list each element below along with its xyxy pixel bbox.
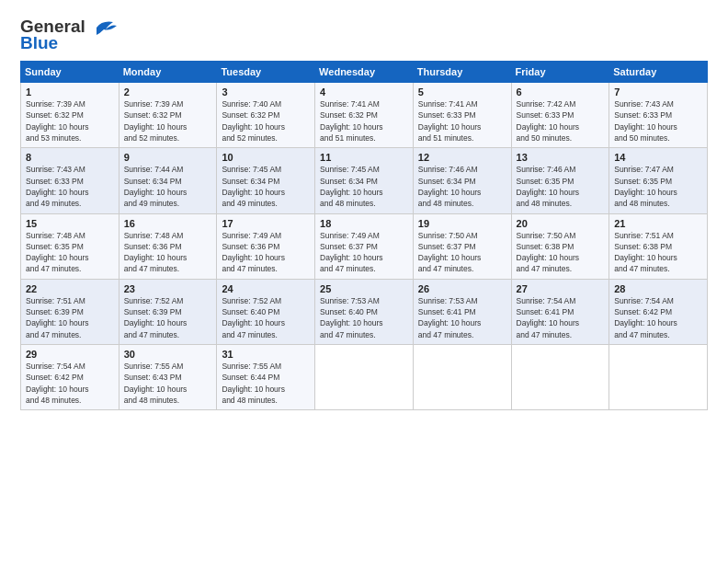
day-number: 27 (517, 283, 605, 294)
logo-blue: Blue (20, 33, 58, 53)
day-number: 19 (418, 218, 506, 229)
day-info: Sunrise: 7:54 AMSunset: 6:42 PMDaylight:… (614, 295, 702, 340)
calendar-week-row: 15Sunrise: 7:48 AMSunset: 6:35 PMDayligh… (21, 213, 708, 279)
calendar-day-cell: 13Sunrise: 7:46 AMSunset: 6:35 PMDayligh… (511, 148, 609, 213)
day-info: Sunrise: 7:52 AMSunset: 6:39 PMDaylight:… (124, 295, 212, 340)
day-number: 10 (222, 152, 310, 163)
day-number: 14 (614, 152, 702, 163)
day-number: 1 (26, 86, 114, 98)
calendar-day-cell: 26Sunrise: 7:53 AMSunset: 6:41 PMDayligh… (413, 279, 511, 344)
day-info: Sunrise: 7:46 AMSunset: 6:35 PMDaylight:… (517, 164, 605, 209)
calendar-day-cell: 19Sunrise: 7:50 AMSunset: 6:37 PMDayligh… (413, 213, 511, 279)
weekday-header-saturday: Saturday (609, 62, 708, 83)
day-info: Sunrise: 7:42 AMSunset: 6:33 PMDaylight:… (517, 98, 605, 144)
day-info: Sunrise: 7:53 AMSunset: 6:40 PMDaylight:… (320, 295, 408, 340)
day-info: Sunrise: 7:54 AMSunset: 6:41 PMDaylight:… (517, 295, 605, 340)
day-number: 5 (418, 86, 506, 98)
calendar-day-cell: 12Sunrise: 7:46 AMSunset: 6:34 PMDayligh… (413, 148, 511, 213)
calendar-day-cell: 5Sunrise: 7:41 AMSunset: 6:33 PMDaylight… (413, 83, 511, 148)
day-info: Sunrise: 7:43 AMSunset: 6:33 PMDaylight:… (26, 164, 114, 209)
calendar-day-cell: 14Sunrise: 7:47 AMSunset: 6:35 PMDayligh… (609, 148, 708, 213)
calendar-day-cell: 30Sunrise: 7:55 AMSunset: 6:43 PMDayligh… (119, 345, 217, 410)
day-number: 9 (124, 152, 212, 163)
weekday-header-wednesday: Wednesday (315, 62, 414, 83)
calendar-day-cell: 18Sunrise: 7:49 AMSunset: 6:37 PMDayligh… (315, 213, 414, 279)
empty-day-cell (609, 345, 708, 410)
header: General Blue (20, 17, 708, 53)
day-info: Sunrise: 7:51 AMSunset: 6:39 PMDaylight:… (26, 295, 114, 340)
day-info: Sunrise: 7:51 AMSunset: 6:38 PMDaylight:… (614, 230, 702, 275)
day-number: 8 (26, 152, 114, 163)
calendar-day-cell: 25Sunrise: 7:53 AMSunset: 6:40 PMDayligh… (315, 279, 414, 344)
empty-day-cell (413, 345, 511, 410)
day-info: Sunrise: 7:44 AMSunset: 6:34 PMDaylight:… (124, 164, 212, 209)
day-info: Sunrise: 7:41 AMSunset: 6:33 PMDaylight:… (418, 98, 506, 144)
calendar-day-cell: 1Sunrise: 7:39 AMSunset: 6:32 PMDaylight… (21, 83, 119, 148)
calendar-day-cell: 31Sunrise: 7:55 AMSunset: 6:44 PMDayligh… (217, 345, 315, 410)
calendar-day-cell: 9Sunrise: 7:44 AMSunset: 6:34 PMDaylight… (119, 148, 217, 213)
day-info: Sunrise: 7:50 AMSunset: 6:37 PMDaylight:… (418, 230, 506, 275)
day-info: Sunrise: 7:52 AMSunset: 6:40 PMDaylight:… (222, 295, 310, 340)
day-number: 25 (320, 283, 408, 294)
calendar-day-cell: 3Sunrise: 7:40 AMSunset: 6:32 PMDaylight… (217, 83, 315, 148)
day-info: Sunrise: 7:48 AMSunset: 6:36 PMDaylight:… (124, 230, 212, 275)
calendar-day-cell: 15Sunrise: 7:48 AMSunset: 6:35 PMDayligh… (21, 213, 119, 279)
calendar-day-cell: 17Sunrise: 7:49 AMSunset: 6:36 PMDayligh… (217, 213, 315, 279)
day-number: 3 (222, 86, 310, 98)
page: General Blue SundayMondayTuesdayWednesda… (0, 0, 728, 563)
day-info: Sunrise: 7:47 AMSunset: 6:35 PMDaylight:… (614, 164, 702, 209)
day-number: 22 (26, 283, 114, 294)
calendar-day-cell: 20Sunrise: 7:50 AMSunset: 6:38 PMDayligh… (511, 213, 609, 279)
logo-bird-icon (87, 18, 117, 37)
day-info: Sunrise: 7:41 AMSunset: 6:32 PMDaylight:… (320, 98, 408, 144)
day-number: 23 (124, 283, 212, 294)
day-number: 31 (222, 349, 310, 360)
calendar-table: SundayMondayTuesdayWednesdayThursdayFrid… (20, 61, 708, 410)
calendar-day-cell: 8Sunrise: 7:43 AMSunset: 6:33 PMDaylight… (21, 148, 119, 213)
day-number: 7 (614, 86, 702, 98)
logo: General Blue (20, 17, 117, 53)
weekday-header-friday: Friday (511, 62, 609, 83)
calendar-day-cell: 23Sunrise: 7:52 AMSunset: 6:39 PMDayligh… (119, 279, 217, 344)
day-number: 18 (320, 218, 408, 229)
calendar-week-row: 22Sunrise: 7:51 AMSunset: 6:39 PMDayligh… (21, 279, 708, 344)
calendar-day-cell: 28Sunrise: 7:54 AMSunset: 6:42 PMDayligh… (609, 279, 708, 344)
day-info: Sunrise: 7:50 AMSunset: 6:38 PMDaylight:… (517, 230, 605, 275)
calendar-day-cell: 6Sunrise: 7:42 AMSunset: 6:33 PMDaylight… (511, 83, 609, 148)
day-info: Sunrise: 7:46 AMSunset: 6:34 PMDaylight:… (418, 164, 506, 209)
calendar-week-row: 8Sunrise: 7:43 AMSunset: 6:33 PMDaylight… (21, 148, 708, 213)
day-info: Sunrise: 7:45 AMSunset: 6:34 PMDaylight:… (222, 164, 310, 209)
day-number: 20 (517, 218, 605, 229)
weekday-header-row: SundayMondayTuesdayWednesdayThursdayFrid… (21, 62, 708, 83)
day-number: 2 (124, 86, 212, 98)
calendar-day-cell: 2Sunrise: 7:39 AMSunset: 6:32 PMDaylight… (119, 83, 217, 148)
day-number: 12 (418, 152, 506, 163)
day-number: 15 (26, 218, 114, 229)
day-info: Sunrise: 7:53 AMSunset: 6:41 PMDaylight:… (418, 295, 506, 340)
day-number: 29 (26, 349, 114, 360)
day-number: 16 (124, 218, 212, 229)
calendar-day-cell: 27Sunrise: 7:54 AMSunset: 6:41 PMDayligh… (511, 279, 609, 344)
empty-day-cell (315, 345, 414, 410)
day-info: Sunrise: 7:39 AMSunset: 6:32 PMDaylight:… (124, 98, 212, 144)
weekday-header-tuesday: Tuesday (217, 62, 315, 83)
day-info: Sunrise: 7:48 AMSunset: 6:35 PMDaylight:… (26, 230, 114, 275)
calendar-day-cell: 4Sunrise: 7:41 AMSunset: 6:32 PMDaylight… (315, 83, 414, 148)
calendar-day-cell: 24Sunrise: 7:52 AMSunset: 6:40 PMDayligh… (217, 279, 315, 344)
day-number: 6 (517, 86, 605, 98)
day-info: Sunrise: 7:55 AMSunset: 6:43 PMDaylight:… (124, 361, 212, 406)
calendar-day-cell: 21Sunrise: 7:51 AMSunset: 6:38 PMDayligh… (609, 213, 708, 279)
day-info: Sunrise: 7:39 AMSunset: 6:32 PMDaylight:… (26, 98, 114, 144)
day-info: Sunrise: 7:55 AMSunset: 6:44 PMDaylight:… (222, 361, 310, 406)
day-info: Sunrise: 7:40 AMSunset: 6:32 PMDaylight:… (222, 98, 310, 144)
day-info: Sunrise: 7:49 AMSunset: 6:37 PMDaylight:… (320, 230, 408, 275)
day-info: Sunrise: 7:49 AMSunset: 6:36 PMDaylight:… (222, 230, 310, 275)
weekday-header-sunday: Sunday (21, 62, 119, 83)
weekday-header-thursday: Thursday (413, 62, 511, 83)
calendar-day-cell: 7Sunrise: 7:43 AMSunset: 6:33 PMDaylight… (609, 83, 708, 148)
weekday-header-monday: Monday (119, 62, 217, 83)
day-number: 4 (320, 86, 408, 98)
calendar-week-row: 29Sunrise: 7:54 AMSunset: 6:42 PMDayligh… (21, 345, 708, 410)
calendar-week-row: 1Sunrise: 7:39 AMSunset: 6:32 PMDaylight… (21, 83, 708, 148)
day-number: 21 (614, 218, 702, 229)
